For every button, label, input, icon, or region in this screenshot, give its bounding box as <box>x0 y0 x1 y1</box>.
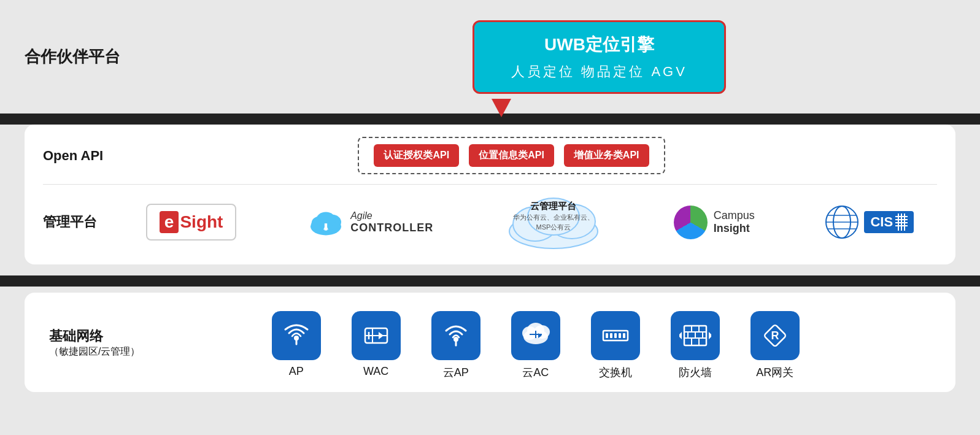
mgmt-items: e Sight <box>123 194 937 250</box>
cloud-mgmt-item: 云管理平台 华为公有云、企业私有云、 MSP公有云 <box>504 194 603 250</box>
firewall-label: 防火墙 <box>679 365 712 380</box>
agile-top: Agile <box>350 210 433 221</box>
network-item-wac: WAC <box>352 311 401 378</box>
mgmt-section: 管理平台 e Sight <box>43 194 937 250</box>
network-card: 基础网络 （敏捷园区/云管理） AP <box>25 293 955 392</box>
ap-icon <box>280 320 312 352</box>
network-label: 基础网络 （敏捷园区/云管理） <box>49 327 140 358</box>
svg-rect-39 <box>619 333 621 338</box>
switch-label: 交换机 <box>599 365 632 380</box>
cloud-mgmt-text: 云管理平台 华为公有云、企业私有云、 MSP公有云 <box>504 201 603 232</box>
agile-cloud-icon <box>307 207 344 237</box>
esight-sight: Sight <box>180 212 223 232</box>
campus-text: Campus Insight <box>714 209 755 235</box>
cis-globe-icon <box>825 206 859 239</box>
svg-marker-52 <box>679 332 682 339</box>
svg-marker-51 <box>709 332 711 339</box>
ar-gw-label: AR网关 <box>756 365 793 380</box>
wac-label: WAC <box>363 365 388 378</box>
wac-icon <box>360 320 392 352</box>
network-section: 基础网络 （敏捷园区/云管理） AP <box>0 287 980 404</box>
api-tag-location: 位置信息类API <box>469 144 554 167</box>
switch-icon <box>600 320 631 352</box>
ap-icon-box <box>272 311 321 360</box>
firewall-icon-box <box>671 311 720 360</box>
svg-rect-38 <box>614 333 617 338</box>
network-items: AP WAC <box>140 311 931 380</box>
network-item-switch: 交换机 <box>591 311 640 380</box>
partner-label: 合作伙伴平台 <box>25 46 120 67</box>
openapi-section: Open API 认证授权类API 位置信息类API 增值业务类API <box>43 137 937 185</box>
ap-label: AP <box>289 365 304 378</box>
esight-e: e <box>160 211 179 233</box>
network-label-main: 基础网络 <box>49 327 103 345</box>
network-item-ar-gw: R AR网关 <box>750 311 800 380</box>
api-dashed-box: 认证授权类API 位置信息类API 增值业务类API <box>358 137 665 174</box>
cis-label: CIS <box>864 211 914 233</box>
svg-text:R: R <box>771 329 779 342</box>
main-container: 合作伙伴平台 UWB定位引擎 人员定位 物品定位 AGV Open API <box>0 0 980 435</box>
ar-gw-icon-box: R <box>750 311 800 360</box>
divider-bar-1 <box>0 114 980 125</box>
cloud-mgmt-title: 云管理平台 <box>504 201 603 212</box>
network-item-ap: AP <box>272 311 321 378</box>
esight-item: e Sight <box>146 204 237 241</box>
campus-icon <box>674 206 708 239</box>
campus-item: Campus Insight <box>674 206 755 239</box>
firewall-icon <box>679 320 711 352</box>
uwb-title: UWB定位引擎 <box>511 33 687 56</box>
cloud-ac-label: 云AC <box>522 365 549 380</box>
svg-rect-37 <box>610 333 612 338</box>
cloud-mgmt-sub2: MSP公有云 <box>504 223 603 232</box>
cloud-ac-icon-box <box>511 311 560 360</box>
svg-rect-36 <box>606 333 608 338</box>
uwb-subtitle: 人员定位 物品定位 AGV <box>511 63 687 81</box>
api-tag-value: 增值业务类API <box>564 144 649 167</box>
cloud-mgmt-sub1: 华为公有云、企业私有云、 <box>504 212 603 223</box>
divider-bar-2 <box>0 275 980 287</box>
switch-icon-box <box>591 311 640 360</box>
svg-point-27 <box>453 337 458 342</box>
cloud-ac-icon <box>520 320 552 352</box>
agile-bottom: CONTROLLER <box>350 221 433 234</box>
network-label-sub: （敏捷园区/云管理） <box>49 345 140 358</box>
down-arrow <box>492 99 511 117</box>
svg-rect-40 <box>623 333 625 338</box>
wac-icon-box <box>352 311 401 360</box>
cloud-ap-icon-box <box>431 311 480 360</box>
svg-marker-25 <box>379 332 384 339</box>
network-item-cloud-ap: 云AP <box>431 311 480 380</box>
network-item-firewall: 防火墙 <box>671 311 720 380</box>
cloud-ap-label: 云AP <box>443 365 469 380</box>
agile-text: Agile CONTROLLER <box>350 210 433 234</box>
uwb-box: UWB定位引擎 人员定位 物品定位 AGV <box>473 20 726 94</box>
campus-bottom: Insight <box>714 222 755 235</box>
campus-top: Campus <box>714 209 755 222</box>
ar-gw-icon: R <box>759 320 791 352</box>
mgmt-label: 管理平台 <box>43 213 123 231</box>
svg-point-21 <box>294 336 299 341</box>
svg-rect-4 <box>325 223 327 230</box>
openapi-label: Open API <box>43 148 123 164</box>
white-card: Open API 认证授权类API 位置信息类API 增值业务类API 管理平台 <box>25 125 955 264</box>
network-item-cloud-ac: 云AC <box>511 311 560 380</box>
middle-section: Open API 认证授权类API 位置信息类API 增值业务类API 管理平台 <box>0 125 980 275</box>
api-tag-auth: 认证授权类API <box>374 144 459 167</box>
partner-section: 合作伙伴平台 UWB定位引擎 人员定位 物品定位 AGV <box>0 0 980 114</box>
cis-item: CIS <box>825 206 914 239</box>
cis-grid-icon <box>895 214 908 231</box>
agile-item: Agile CONTROLLER <box>307 207 433 237</box>
cloud-ap-icon <box>440 320 472 352</box>
